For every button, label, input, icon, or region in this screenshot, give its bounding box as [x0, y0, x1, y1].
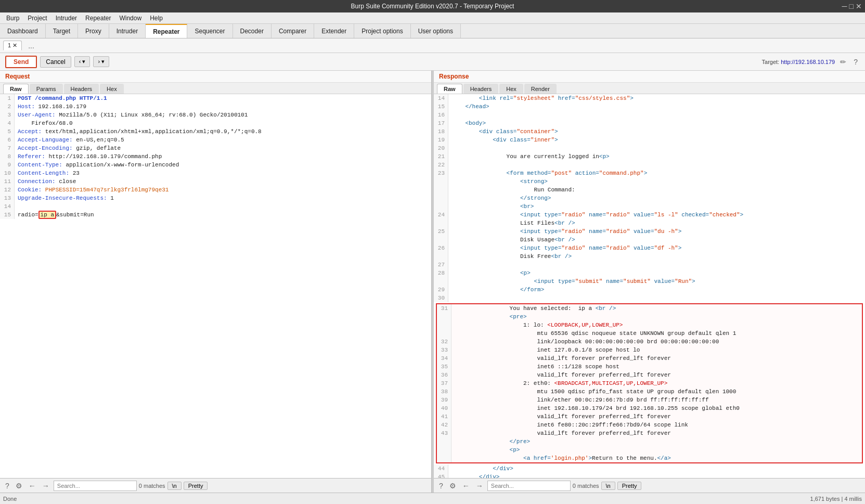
resp-arrow-right[interactable]: → — [474, 481, 485, 491]
request-inner-tabs: Raw Params Headers Hex — [0, 83, 431, 94]
menu-repeater[interactable]: Repeater — [81, 14, 115, 23]
resp-line-23c: Run Command: — [434, 186, 865, 194]
req-line-3: 3 User-Agent: Mozilla/5.0 (X11; Linux x8… — [0, 111, 431, 119]
tab-repeater[interactable]: Repeater — [146, 24, 187, 38]
title-text: Burp Suite Community Edition v2020.7 - T… — [351, 3, 514, 10]
resp-line-28a: 28 <p> — [434, 269, 865, 277]
req-line-12: 12 Cookie: PHPSESSID=15m47q7srlkg3frl6lm… — [0, 186, 431, 194]
tab-intruder[interactable]: Intruder — [109, 24, 146, 38]
resp-line-35: 35 inet6 ::1/128 scope host — [437, 363, 862, 371]
bytes-info: 1,671 bytes | 4 millis — [810, 496, 862, 502]
close-icon[interactable]: ✕ — [856, 2, 862, 10]
resp-tab-headers[interactable]: Headers — [463, 84, 499, 94]
title-bar: Burp Suite Community Edition v2020.7 - T… — [0, 0, 865, 12]
resp-tab-render[interactable]: Render — [524, 84, 557, 94]
response-code-area[interactable]: 14 <link rel="stylesheet" href="css/styl… — [434, 94, 865, 478]
resp-tab-hex[interactable]: Hex — [499, 84, 523, 94]
resp-line-39: 39 link/ether 00:0c:29:66:7b:d9 brd ff:f… — [437, 396, 862, 404]
tab-target[interactable]: Target — [46, 24, 78, 38]
resp-line-37: 37 2: eth0: <BROADCAST,MULTICAST,UP,LOWE… — [437, 379, 862, 387]
resp-arrow-left[interactable]: ← — [460, 481, 472, 491]
resp-line-23e: <br> — [434, 202, 865, 211]
tab-extender[interactable]: Extender — [314, 24, 354, 38]
req-line-2: 2 Host: 192.168.10.179 — [0, 102, 431, 111]
resp-line-19: 19 <div class="inner"> — [434, 136, 865, 144]
request-header: Request — [0, 71, 431, 83]
resp-pretty-button[interactable]: Pretty — [617, 482, 642, 490]
req-tab-raw[interactable]: Raw — [3, 84, 29, 94]
tab-proxy[interactable]: Proxy — [78, 24, 109, 38]
resp-line-23a: 23 <form method="post" action="command.p… — [434, 169, 865, 177]
response-header: Response — [434, 71, 865, 83]
resp-line-16: 16 — [434, 111, 865, 119]
req-line-11: 11 Connection: close — [0, 177, 431, 186]
menu-bar: Burp Project Intruder Repeater Window He… — [0, 12, 865, 24]
tab-user-options[interactable]: User options — [411, 24, 461, 38]
main-content: Request Raw Params Headers Hex 1 POST /c… — [0, 71, 865, 493]
req-matches-label: 0 matches — [139, 483, 165, 489]
req-line-4: 4 Firefox/68.0 — [0, 119, 431, 127]
tab-comparer[interactable]: Comparer — [272, 24, 314, 38]
req-question-icon[interactable]: ? — [3, 481, 11, 491]
req-in-button[interactable]: \n — [167, 482, 182, 490]
menu-help[interactable]: Help — [146, 14, 167, 23]
resp-line-24a: 24 <input type="radio" name="radio" valu… — [434, 211, 865, 219]
response-panel: Response Raw Headers Hex Render 14 <link… — [434, 71, 865, 493]
edit-target-button[interactable]: ✏ — [838, 57, 848, 67]
resp-line-21: 21 You are currently logged in<p> — [434, 152, 865, 161]
req-line-14: 14 — [0, 202, 431, 211]
resp-line-23d: </strong> — [434, 194, 865, 202]
send-button[interactable]: Send — [5, 56, 37, 68]
request-code-area[interactable]: 1 POST /command.php HTTP/1.1 2 Host: 192… — [0, 94, 431, 478]
resp-question-icon[interactable]: ? — [437, 481, 445, 491]
status-done: Done — [3, 496, 17, 502]
resp-tab-raw[interactable]: Raw — [437, 84, 462, 94]
resp-line-45: 45 </div> — [434, 473, 865, 478]
resp-line-18: 18 <div class="container"> — [434, 127, 865, 136]
req-gear-icon[interactable]: ⚙ — [14, 481, 24, 491]
resp-line-26b: Disk Free<br /> — [434, 252, 865, 261]
resp-gear-icon[interactable]: ⚙ — [447, 481, 458, 491]
req-tab-headers[interactable]: Headers — [64, 84, 99, 94]
resp-line-24b: List Files<br /> — [434, 219, 865, 227]
toolbar: Send Cancel ‹ ▾ › ▾ Target: http://192.1… — [0, 53, 865, 71]
req-line-15: 15 radio=ip a&submit=Run — [0, 211, 431, 219]
tab-sequencer[interactable]: Sequencer — [187, 24, 233, 38]
resp-line-25a: 25 <input type="radio" name="radio" valu… — [434, 227, 865, 236]
window-controls[interactable]: ─ □ ✕ — [842, 2, 862, 10]
resp-line-29: 29 </form> — [434, 286, 865, 294]
tab-dashboard[interactable]: Dashboard — [0, 24, 46, 38]
cancel-button[interactable]: Cancel — [40, 56, 71, 68]
resp-line-22: 22 — [434, 161, 865, 169]
req-pretty-button[interactable]: Pretty — [184, 482, 208, 490]
menu-window[interactable]: Window — [115, 14, 146, 23]
nav-next-button[interactable]: › ▾ — [93, 56, 109, 67]
resp-line-43a: 43 valid_lft forever preferred_lft forev… — [437, 429, 862, 437]
tab-decoder[interactable]: Decoder — [233, 24, 272, 38]
req-tab-hex[interactable]: Hex — [100, 84, 124, 94]
resp-in-button[interactable]: \n — [601, 482, 615, 490]
req-arrow-right[interactable]: → — [40, 481, 51, 491]
resp-line-41: 41 valid_lft forever preferred_lft forev… — [437, 412, 862, 421]
repeater-tab-1[interactable]: 1 ✕ — [3, 41, 22, 50]
menu-intruder[interactable]: Intruder — [51, 14, 81, 23]
minimize-icon[interactable]: ─ — [842, 2, 847, 10]
resp-line-43c: <p> — [437, 446, 862, 454]
resp-search-input[interactable] — [487, 481, 571, 491]
maximize-icon[interactable]: □ — [849, 2, 854, 10]
req-line-9: 9 Content-Type: application/x-www-form-u… — [0, 161, 431, 169]
resp-line-30: 30 — [434, 294, 865, 302]
req-tab-params[interactable]: Params — [30, 84, 63, 94]
req-line-1: 1 POST /command.php HTTP/1.1 — [0, 94, 431, 102]
help-button[interactable]: ? — [851, 57, 860, 67]
repeater-tab-plus[interactable]: ... — [24, 41, 38, 51]
menu-burp[interactable]: Burp — [2, 14, 23, 23]
req-search-input[interactable] — [54, 481, 137, 491]
req-arrow-left[interactable]: ← — [27, 481, 38, 491]
resp-line-36: 36 valid_lft forever preferred_lft forev… — [437, 371, 862, 379]
tab-project-options[interactable]: Project options — [354, 24, 410, 38]
menu-project[interactable]: Project — [23, 14, 51, 23]
resp-line-34: 34 valid_lft forever preferred_lft forev… — [437, 354, 862, 363]
req-line-10: 10 Content-Length: 23 — [0, 169, 431, 177]
nav-prev-button[interactable]: ‹ ▾ — [74, 56, 91, 67]
